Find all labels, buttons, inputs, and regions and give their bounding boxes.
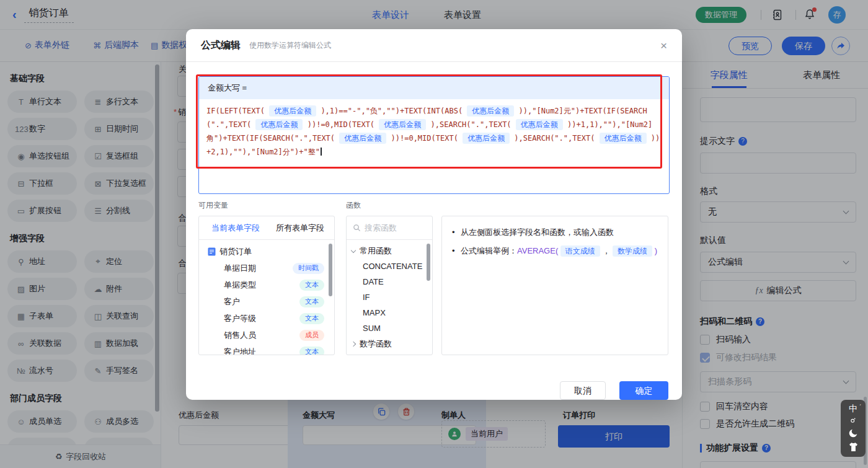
variable-field-row[interactable]: 客户地址 文本: [199, 343, 334, 355]
variables-label: 可用变量: [198, 200, 228, 211]
app: ‹ 销货订单 表单设计 表单设置 数据管理 存 ⊘表单外链 ⌘后端脚本 ▤数据权…: [0, 0, 868, 468]
functions-scrollbar[interactable]: [427, 244, 430, 281]
chevron-down-icon: [351, 247, 356, 252]
search-placeholder: 搜索函数: [365, 223, 397, 234]
modal-subtitle: 使用数学运算符编辑公式: [249, 40, 331, 51]
field-chip: 优惠后金额: [467, 105, 514, 117]
function-item[interactable]: MAPX: [347, 305, 432, 320]
ime-float-widget[interactable]: 中: [841, 400, 866, 457]
example-function-name: AVERAGE(: [517, 246, 558, 255]
field-chip: 优惠后金额: [255, 119, 303, 130]
variable-field-row[interactable]: 客户等级 文本: [199, 310, 334, 327]
field-chip: 优惠后金额: [339, 133, 386, 144]
formula-editor[interactable]: 金额大写 = IF(LEFT(TEXT( 优惠后金额 ),1)=="-","负"…: [198, 76, 670, 194]
example-field-chip: 数学成绩: [613, 245, 652, 257]
function-item[interactable]: IF: [347, 289, 432, 305]
tab-all-form-fields[interactable]: 所有表单字段: [276, 223, 324, 234]
variables-list: 销货订单 单据日期 时间戳 单据类型 文本: [199, 240, 334, 355]
field-chip: 优惠后金额: [600, 133, 647, 144]
variable-field-row[interactable]: 单据日期 时间戳: [199, 260, 334, 276]
confirm-button[interactable]: 确定: [619, 381, 668, 400]
variables-scrollbar[interactable]: [329, 244, 332, 296]
function-group-text[interactable]: 文本函数: [347, 351, 432, 355]
dark-mode-moon-icon[interactable]: [848, 428, 859, 438]
functions-panel: 搜索函数 常用函数 CONCATENATEDATEIFMAPXSUM 数学函数 …: [346, 216, 433, 355]
text-caret: [321, 148, 322, 156]
function-search[interactable]: 搜索函数: [347, 216, 432, 240]
function-group-common[interactable]: 常用函数: [347, 243, 432, 258]
formula-text[interactable]: IF(LEFT(TEXT( 优惠后金额 ),1)=="-","负","")+TE…: [199, 99, 669, 164]
field-chip: 优惠后金额: [379, 119, 426, 130]
cancel-button[interactable]: 取消: [560, 381, 606, 400]
function-item[interactable]: SUM: [347, 320, 432, 336]
close-icon[interactable]: ×: [660, 40, 667, 51]
function-group-math[interactable]: 数学函数: [347, 336, 432, 351]
variables-root[interactable]: 销货订单: [199, 243, 334, 260]
field-type-badge: 文本: [299, 280, 324, 291]
variables-panel: 当前表单字段 所有表单字段 销货订单 单据日期 时间戳: [198, 216, 335, 355]
functions-label: 函数: [346, 200, 361, 211]
field-type-badge: 文本: [299, 296, 324, 307]
modal-header: 公式编辑 使用数学运算符编辑公式 ×: [186, 29, 682, 62]
field-type-badge: 文本: [299, 313, 324, 324]
functions-tree: 常用函数 CONCATENATEDATEIFMAPXSUM 数学函数 文本函数: [347, 240, 432, 355]
example-field-chip: 语文成绩: [560, 245, 600, 257]
function-item[interactable]: CONCATENATE: [347, 258, 432, 274]
function-item[interactable]: DATE: [347, 274, 432, 289]
variable-field-row[interactable]: 单据类型 文本: [199, 276, 334, 293]
hint-line-2: • 公式编辑举例：AVERAGE( 语文成绩 ， 数学成绩 ): [452, 245, 658, 257]
chevron-right-icon: [351, 341, 356, 346]
theme-shirt-icon[interactable]: [848, 442, 859, 453]
tab-current-form-fields[interactable]: 当前表单字段: [211, 223, 260, 234]
ime-mode-icon[interactable]: [849, 417, 857, 424]
field-chip: 优惠后金额: [516, 119, 563, 130]
variables-tabs: 当前表单字段 所有表单字段: [199, 216, 334, 240]
variable-field-row[interactable]: 客户 文本: [199, 293, 334, 310]
hints-panel: •从左侧面板选择字段名和函数，或输入函数 • 公式编辑举例：AVERAGE( 语…: [441, 216, 668, 355]
field-type-badge: 成员: [299, 330, 324, 341]
form-doc-icon: [208, 247, 216, 256]
ime-lang-icon[interactable]: 中: [849, 404, 857, 413]
modal-title: 公式编辑: [201, 39, 241, 52]
field-chip: 优惠后金额: [463, 133, 510, 144]
formula-target: 金额大写 =: [199, 77, 669, 99]
variable-field-row[interactable]: 销售人员 成员: [199, 327, 334, 343]
formula-editor-modal: 公式编辑 使用数学运算符编辑公式 × 金额大写 = IF(LEFT(TEXT( …: [186, 29, 682, 400]
search-icon: [353, 224, 361, 232]
field-type-badge: 文本: [299, 347, 324, 356]
hint-line-1: •从左侧面板选择字段名和函数，或输入函数: [452, 226, 658, 239]
field-type-badge: 时间戳: [293, 263, 324, 274]
field-chip: 优惠后金额: [269, 105, 316, 117]
